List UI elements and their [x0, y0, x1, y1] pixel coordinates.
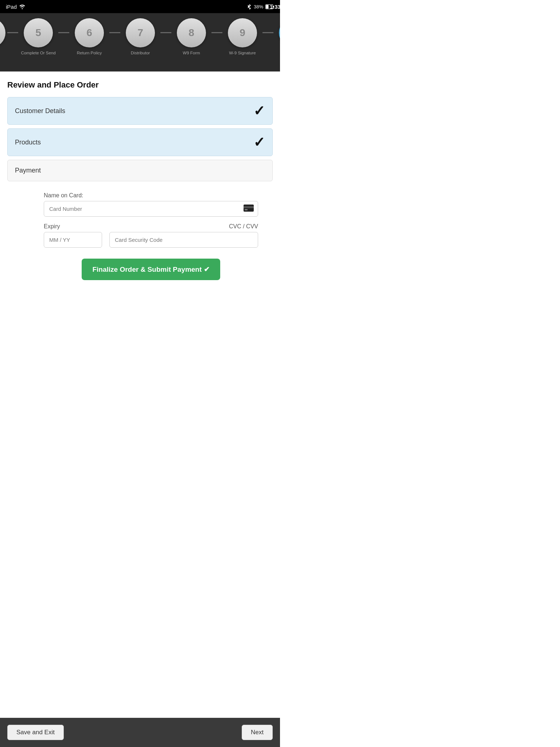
- connector-4-5: [7, 32, 18, 33]
- expiry-input[interactable]: [44, 232, 102, 248]
- svg-rect-4: [244, 206, 254, 208]
- expiry-label: Expiry: [44, 223, 102, 230]
- step-circle-7: 7: [126, 18, 155, 47]
- svg-rect-5: [245, 209, 248, 210]
- step-item-8: 8 W9 Form: [171, 18, 211, 56]
- cvc-label-row: CVC / CVV: [109, 223, 258, 230]
- step-item-5: 5 Complete Or Send: [18, 18, 58, 56]
- connector-5-6: [58, 32, 69, 33]
- step-item-9: 9 W-9 Signature: [222, 18, 262, 56]
- step-circle-5: 5: [24, 18, 53, 47]
- battery-percent: 38%: [254, 4, 263, 9]
- wifi-icon: [19, 4, 26, 9]
- status-left: iPad: [6, 4, 26, 10]
- cvc-input[interactable]: [109, 232, 258, 248]
- step-item-7: 7 Distributor: [120, 18, 160, 56]
- connector-6-7: [109, 32, 120, 33]
- step-item-10: 10 Place Order: [273, 18, 280, 56]
- step-circle-10: 10: [279, 18, 280, 47]
- step-label-9: W-9 Signature: [228, 50, 257, 56]
- expiry-group: Expiry: [44, 223, 102, 248]
- step-circle-4: 4: [0, 18, 5, 47]
- cvc-group: CVC / CVV: [109, 223, 258, 248]
- connector-7-8: [160, 32, 171, 33]
- payment-label: Payment: [15, 167, 41, 174]
- customer-details-label: Customer Details: [15, 107, 65, 115]
- products-section[interactable]: Products ✓: [7, 128, 273, 156]
- name-on-card-label: Name on Card:: [44, 192, 258, 199]
- expiry-cvc-row: Expiry CVC / CVV: [44, 223, 258, 248]
- products-checkmark: ✓: [253, 135, 265, 149]
- payment-section[interactable]: Payment: [7, 160, 273, 181]
- step-circle-8: 8: [177, 18, 206, 47]
- card-number-input[interactable]: [44, 201, 258, 217]
- card-number-wrapper: [44, 201, 258, 217]
- connector-8-9: [211, 32, 222, 33]
- main-content: Review and Place Order Customer Details …: [0, 71, 280, 325]
- customer-details-checkmark: ✓: [253, 104, 265, 118]
- bluetooth-icon: [247, 4, 252, 9]
- step-item-partial-4: 4 pping: [0, 18, 7, 55]
- step-label-7: Distributor: [129, 50, 151, 56]
- page-title: Review and Place Order: [7, 80, 273, 90]
- customer-details-section[interactable]: Customer Details ✓: [7, 97, 273, 125]
- status-time: 1:33 PM: [270, 4, 280, 10]
- progress-stepper: 4 pping 5 Complete Or Send 6 Return Poli…: [0, 13, 280, 71]
- submit-payment-button[interactable]: Finalize Order & Submit Payment ✔: [82, 259, 220, 280]
- step-label-6: Return Policy: [75, 50, 103, 56]
- device-label: iPad: [6, 4, 17, 10]
- svg-rect-1: [266, 5, 269, 8]
- step-circle-9: 9: [228, 18, 257, 47]
- cvc-label: CVC / CVV: [229, 223, 258, 230]
- step-label-5: Complete Or Send: [19, 50, 57, 56]
- credit-card-icon: [244, 204, 254, 213]
- connector-9-10: [262, 32, 273, 33]
- step-item-6: 6 Return Policy: [69, 18, 109, 56]
- step-label-8: W9 Form: [181, 50, 201, 56]
- status-bar: iPad 1:33 PM 38%: [0, 0, 280, 13]
- payment-form: Name on Card: Expiry CVC / CVV: [7, 189, 273, 280]
- step-circle-6: 6: [75, 18, 104, 47]
- products-label: Products: [15, 139, 41, 146]
